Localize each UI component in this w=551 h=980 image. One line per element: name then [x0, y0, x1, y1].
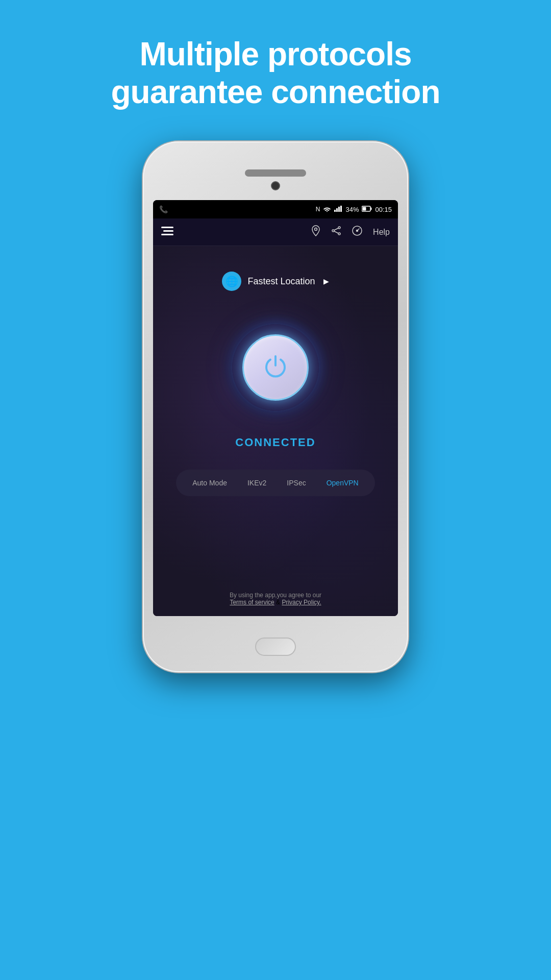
protocol-ikev2[interactable]: IKEv2	[239, 475, 274, 491]
location-selector[interactable]: 🌐 Fastest Location ▶	[222, 272, 329, 291]
location-label: Fastest Location	[247, 276, 315, 287]
legal-footer: By using the app,you agree to our Terms …	[219, 592, 332, 606]
protocol-ipsec[interactable]: IPSec	[279, 475, 314, 491]
phone-screen: 📞 N	[153, 200, 398, 616]
svg-point-10	[315, 228, 317, 231]
svg-rect-6	[363, 207, 366, 210]
location-pin-icon[interactable]	[311, 225, 321, 239]
title-line1: Multiple protocols	[139, 36, 411, 72]
menu-icon[interactable]	[161, 226, 173, 239]
svg-point-17	[357, 230, 358, 232]
status-right-icons: N 34%	[316, 206, 392, 213]
svg-point-13	[338, 233, 340, 235]
svg-rect-3	[340, 206, 342, 212]
connect-button[interactable]	[242, 334, 309, 401]
svg-point-12	[332, 230, 334, 232]
power-icon	[262, 352, 289, 383]
legal-prefix: By using the app,you agree to our	[230, 592, 321, 599]
title-line2: guarantee connection	[111, 74, 440, 110]
nfc-icon: N	[316, 206, 320, 213]
page-title: Multiple protocols guarantee connection	[111, 36, 440, 111]
svg-rect-0	[334, 210, 336, 212]
phone-speaker	[245, 169, 306, 177]
svg-line-14	[334, 231, 338, 233]
app-content: 🌐 Fastest Location ▶	[153, 246, 398, 616]
battery-percent: 34%	[345, 206, 359, 213]
location-arrow-icon: ▶	[323, 277, 329, 285]
power-button-area[interactable]	[219, 311, 332, 424]
phone-shell: 📞 N	[143, 141, 408, 672]
svg-rect-2	[338, 207, 340, 212]
wifi-icon	[323, 206, 331, 213]
svg-rect-8	[163, 230, 173, 232]
speedometer-icon[interactable]	[352, 225, 363, 239]
svg-point-11	[338, 227, 340, 229]
app-toolbar: Help	[153, 218, 398, 246]
svg-line-15	[334, 228, 338, 230]
battery-icon	[362, 206, 372, 213]
legal-links: Terms of service & Privacy Policy.	[230, 599, 321, 606]
status-bar: 📞 N	[153, 200, 398, 218]
svg-rect-5	[371, 207, 372, 210]
terms-link[interactable]: Terms of service	[230, 599, 274, 606]
location-globe-icon: 🌐	[222, 272, 241, 291]
protocol-tabs: Auto Mode IKEv2 IPSec OpenVPN	[176, 470, 374, 496]
connection-status: CONNECTED	[235, 436, 315, 449]
protocol-openvpn[interactable]: OpenVPN	[318, 475, 367, 491]
status-phone-icon: 📞	[159, 205, 168, 213]
phone-mockup: 📞 N	[143, 141, 408, 672]
svg-rect-9	[161, 234, 173, 235]
svg-rect-1	[336, 208, 338, 212]
privacy-link[interactable]: Privacy Policy.	[282, 599, 321, 606]
toolbar-right: Help	[311, 225, 390, 239]
svg-rect-7	[161, 227, 173, 228]
signal-icon	[334, 206, 342, 213]
legal-separator: &	[274, 599, 282, 606]
home-button[interactable]	[255, 638, 296, 656]
share-icon[interactable]	[331, 226, 341, 238]
help-button[interactable]: Help	[373, 228, 390, 237]
toolbar-left	[161, 226, 173, 239]
protocol-auto[interactable]: Auto Mode	[184, 475, 235, 491]
phone-camera	[271, 181, 280, 190]
time-display: 00:15	[375, 206, 392, 213]
